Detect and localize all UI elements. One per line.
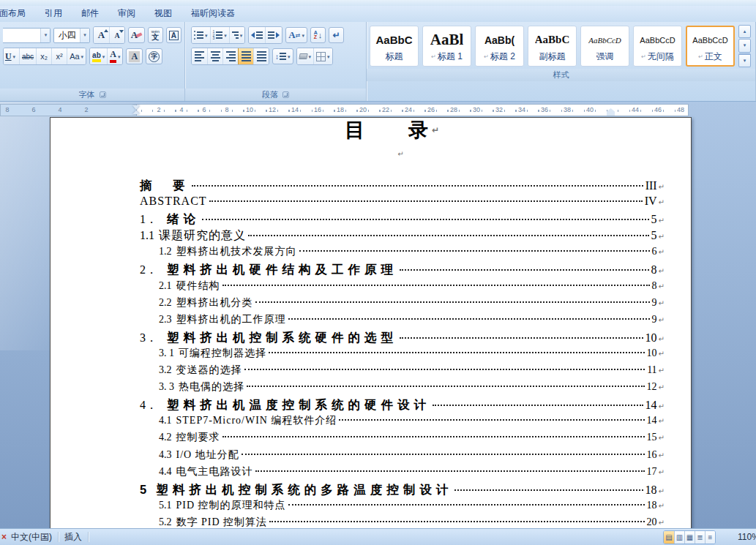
tab-3[interactable]: 邮件 xyxy=(72,5,108,22)
paragraph-dialog-launcher[interactable] xyxy=(282,91,289,98)
justify-button[interactable] xyxy=(238,48,253,64)
superscript-button[interactable]: x² xyxy=(51,48,67,64)
numbering-button[interactable]: 123 ▾ xyxy=(210,27,229,43)
strikethrough-button[interactable]: abc xyxy=(19,48,36,64)
style-card-标题 2[interactable]: AaBb(↵标题 2 xyxy=(475,26,524,67)
line-spacing-icon: ↕ xyxy=(275,53,279,61)
character-shading-button[interactable]: A xyxy=(126,48,143,64)
language-status[interactable]: 中文(中国) xyxy=(11,531,52,544)
hanging-indent-marker[interactable] xyxy=(132,110,140,114)
insert-mode-status[interactable]: 插入 xyxy=(64,531,82,544)
gallery-scroll-down-button[interactable]: ▾ xyxy=(738,39,751,52)
font-color-button[interactable]: A ▾ xyxy=(107,48,122,64)
outline-view-button[interactable]: ≣ xyxy=(695,531,705,544)
chevron-down-icon[interactable]: ▾ xyxy=(118,54,121,59)
toc-entry[interactable]: 2．塑料挤出机硬件结构及工作原理8↵ xyxy=(140,262,665,279)
gallery-more-button[interactable]: ▾ xyxy=(738,53,751,67)
toc-entry[interactable]: 5.2数字 PID 控制算法20↵ xyxy=(159,516,665,528)
web-layout-view-button[interactable]: ▦ xyxy=(684,531,695,544)
tab-5[interactable]: 视图 xyxy=(145,5,181,22)
sort-button[interactable]: A Z ↓ xyxy=(310,27,326,43)
shrink-font-button[interactable]: A xyxy=(109,27,124,43)
toc-entry[interactable]: 3. 1可编程控制器选择10↵ xyxy=(159,347,665,364)
bullets-button[interactable]: ▾ xyxy=(192,27,210,43)
toc-entry[interactable]: 4.2控制要求15↵ xyxy=(159,431,665,448)
toc-entry[interactable]: 2.2塑料挤出机分类9↵ xyxy=(159,296,665,313)
shading-button[interactable]: ▾ xyxy=(297,48,314,64)
show-hide-marks-button[interactable]: ↵ xyxy=(329,27,344,43)
align-center-button[interactable] xyxy=(207,48,222,64)
style-card-强调[interactable]: AaBbCcD强调 xyxy=(580,26,629,67)
toc-entry[interactable]: 1．绪论5↵ xyxy=(140,211,665,228)
toc-entry[interactable]: 2.1硬件结构8↵ xyxy=(159,279,665,296)
align-right-button[interactable] xyxy=(222,48,238,64)
horizontal-ruler[interactable]: 8642246810121416182022242628303234363840… xyxy=(0,104,696,116)
proofing-error-icon[interactable]: × xyxy=(1,532,7,542)
character-border-button[interactable]: A xyxy=(166,27,181,43)
font-name-combo[interactable]: ▾ xyxy=(3,28,50,43)
chevron-down-icon[interactable]: ▾ xyxy=(102,54,105,59)
tab-1[interactable]: 面布局 xyxy=(0,5,35,22)
chevron-down-icon[interactable]: ▾ xyxy=(205,33,208,38)
toc-entry[interactable]: 1.1课题研究的意义5↵ xyxy=(140,228,665,245)
multilevel-list-button[interactable]: ▾ xyxy=(229,27,245,43)
chevron-down-icon[interactable]: ▾ xyxy=(288,54,291,59)
chevron-down-icon[interactable]: ▾ xyxy=(13,54,16,59)
style-card-标题[interactable]: AaBbC标题 xyxy=(370,26,419,67)
toc-entry[interactable]: 3. 3热电偶的选择12↵ xyxy=(159,380,665,397)
toc-entry[interactable]: 摘 要III↵ xyxy=(140,178,665,195)
toc-entry[interactable]: 5.1PID 控制的原理和特点18↵ xyxy=(159,499,665,516)
chevron-down-icon[interactable]: ▾ xyxy=(80,29,89,42)
grow-font-button[interactable]: A xyxy=(94,27,109,43)
draft-view-button[interactable]: ≡ xyxy=(705,531,715,544)
chevron-down-icon[interactable]: ▾ xyxy=(327,54,330,59)
borders-button[interactable]: ▾ xyxy=(313,48,332,64)
chevron-down-icon[interactable]: ▾ xyxy=(240,33,243,38)
distribute-icon xyxy=(257,51,266,61)
toc-entry[interactable]: 5塑料挤出机控制系统的多路温度控制设计18↵ xyxy=(140,482,665,499)
change-case-button[interactable]: Aa ▾ xyxy=(67,48,86,64)
align-left-button[interactable] xyxy=(192,48,207,64)
style-card-副标题[interactable]: AaBbC副标题 xyxy=(528,26,577,67)
font-size-combo[interactable]: 小四 ▾ xyxy=(53,28,90,43)
style-card-标题 1[interactable]: AaBl↵标题 1 xyxy=(422,26,471,67)
chevron-down-icon[interactable]: ▾ xyxy=(81,54,84,59)
print-layout-view-button[interactable]: ▤ xyxy=(664,531,674,544)
enclose-characters-button[interactable]: 字 xyxy=(146,48,162,64)
chevron-down-icon[interactable]: ▾ xyxy=(302,33,304,38)
font-dialog-launcher[interactable] xyxy=(100,91,106,98)
underline-button[interactable]: U ▾ xyxy=(4,48,19,64)
line-spacing-button[interactable]: ↕ ▾ xyxy=(272,48,293,64)
toc-entry[interactable]: 2.3塑料挤出机的工作原理9↵ xyxy=(159,313,665,330)
toc-entry[interactable]: 4．塑料挤出机温度控制系统的硬件设计14↵ xyxy=(140,397,665,414)
toc-entry[interactable]: 3.2变送器的选择11↵ xyxy=(159,364,665,380)
toc-entry[interactable]: 1.2塑料挤出机技术发展方向6↵ xyxy=(159,245,665,262)
distribute-button[interactable] xyxy=(253,48,269,64)
toc-entry[interactable]: 4.4电气主电路设计17↵ xyxy=(159,465,665,482)
chevron-down-icon[interactable]: ▾ xyxy=(224,33,227,38)
tab-2[interactable]: 引用 xyxy=(35,5,72,22)
toc-entry[interactable]: 4.1STEP7-Micro/WIN 编程软件介绍14↵ xyxy=(159,414,665,431)
paragraph-mark-icon: ↵ xyxy=(698,53,703,60)
tab-6[interactable]: 福昕阅读器 xyxy=(181,5,244,22)
decrease-indent-button[interactable] xyxy=(249,27,265,43)
document-page[interactable]: 目 录 ↵ ↵ 摘 要III↵ABSTRACTIV↵1．绪论5↵1.1课题研究的… xyxy=(50,117,692,528)
style-card-正文[interactable]: AaBbCcD↵正文 xyxy=(686,26,735,67)
fullscreen-reading-view-button[interactable]: ▥ xyxy=(674,531,684,544)
first-line-indent-marker[interactable] xyxy=(132,105,140,110)
toc-entry[interactable]: 3．塑料挤出机控制系统硬件的选型10↵ xyxy=(140,330,665,347)
asian-layout-button[interactable]: A ⇄ ▾ xyxy=(285,27,307,43)
zoom-level[interactable]: 110% xyxy=(738,532,756,542)
chevron-down-icon[interactable]: ▾ xyxy=(309,54,312,59)
text-highlight-button[interactable]: ab ▾ xyxy=(90,48,107,64)
gallery-scroll-up-button[interactable]: ▴ xyxy=(738,25,751,38)
clear-formatting-button[interactable]: A xyxy=(128,27,145,43)
subscript-button[interactable]: x₂ xyxy=(36,48,51,64)
style-card-无间隔[interactable]: AaBbCcD↵无间隔 xyxy=(633,26,682,67)
phonetic-guide-button[interactable]: wén 文 xyxy=(148,27,163,43)
toc-entry[interactable]: 4.3I/O 地址分配16↵ xyxy=(159,448,665,465)
toc-entry[interactable]: ABSTRACTIV↵ xyxy=(140,195,665,211)
increase-indent-button[interactable] xyxy=(265,27,282,43)
chevron-down-icon[interactable]: ▾ xyxy=(40,29,50,42)
tab-4[interactable]: 审阅 xyxy=(108,5,145,22)
